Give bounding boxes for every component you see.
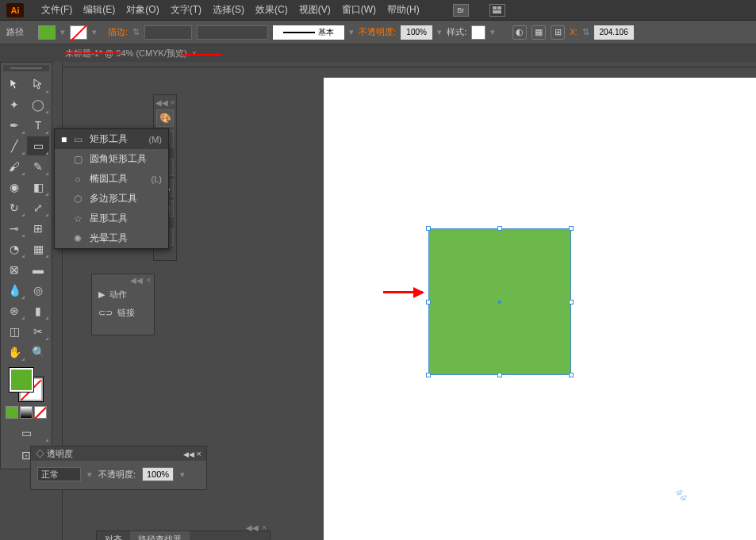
resize-handle[interactable] (569, 373, 574, 377)
color-mode-icon[interactable] (6, 406, 18, 419)
scale-tool[interactable]: ⤢ (27, 198, 49, 217)
resize-handle[interactable] (497, 226, 502, 231)
menu-help[interactable]: 帮助(H) (387, 3, 420, 17)
width-tool[interactable]: ⊸ (3, 219, 25, 238)
menu-window[interactable]: 窗口(W) (342, 3, 376, 17)
blob-brush-tool[interactable]: ◉ (3, 178, 25, 197)
blend-mode-dropdown[interactable]: 正常 (37, 467, 81, 481)
dropdown-arrow-icon[interactable]: ▾ (92, 27, 97, 37)
free-transform-tool[interactable]: ⊞ (27, 219, 49, 238)
eyedropper-tool[interactable]: 💧 (3, 281, 25, 300)
none-mode-icon[interactable] (34, 406, 47, 419)
resize-handle[interactable] (569, 300, 574, 304)
hand-tool[interactable]: ✋ (3, 343, 25, 362)
opacity-label: 不透明度: (359, 26, 396, 38)
menu-text[interactable]: 文字(T) (171, 3, 201, 17)
perspective-grid-tool[interactable]: ▦ (27, 239, 49, 259)
collapse-icon[interactable]: ◀◀ (130, 276, 143, 285)
stepper-icon[interactable]: ⇅ (582, 27, 589, 37)
opacity-value[interactable]: 100% (142, 467, 174, 481)
close-icon[interactable]: × (262, 523, 267, 532)
arrange-documents-icon[interactable] (489, 4, 505, 17)
align-panel-icon[interactable]: ▦ (532, 25, 546, 40)
close-tab-icon[interactable]: × (192, 48, 197, 58)
toolbox-grip[interactable] (3, 65, 49, 71)
resize-handle[interactable] (426, 226, 431, 231)
shape-builder-tool[interactable]: ◔ (3, 239, 25, 259)
menu-edit[interactable]: 编辑(E) (83, 3, 115, 17)
type-tool[interactable]: T (27, 116, 49, 135)
dropdown-arrow-icon[interactable]: ▾ (180, 469, 185, 480)
symbol-sprayer-tool[interactable]: ⊛ (3, 301, 25, 320)
color-panel-icon[interactable]: 🎨 (156, 109, 174, 127)
paintbrush-tool[interactable]: 🖌 (3, 157, 25, 176)
stroke-profile-dropdown[interactable] (197, 25, 268, 40)
artboard-tool[interactable]: ◫ (3, 322, 25, 341)
dropdown-arrow-icon[interactable]: ▾ (490, 27, 495, 37)
dropdown-arrow-icon[interactable]: ▾ (87, 469, 92, 480)
gradient-mode-icon[interactable] (20, 406, 33, 419)
close-icon[interactable]: × (146, 276, 151, 285)
zoom-tool[interactable]: 🔍 (27, 343, 49, 362)
opacity-value[interactable]: 100% (401, 25, 432, 40)
opacity-label: 不透明度: (98, 469, 136, 481)
collapse-icon[interactable]: ◀◀ (183, 450, 194, 458)
resize-handle[interactable] (426, 300, 431, 304)
selection-tool[interactable] (3, 75, 25, 94)
rectangle-tool-item[interactable]: ■▭ 矩形工具(M) (55, 129, 168, 149)
rotate-tool[interactable]: ↻ (3, 198, 25, 217)
panel-title[interactable]: ◇ 透明度 (36, 448, 73, 460)
stepper-icon[interactable]: ⇅ (132, 27, 140, 37)
fill-color-swatch[interactable] (38, 25, 56, 40)
menu-view[interactable]: 视图(V) (299, 3, 331, 17)
actions-row[interactable]: ▶动作 (92, 285, 154, 304)
menu-select[interactable]: 选择(S) (213, 3, 244, 17)
menu-file[interactable]: 文件(F) (41, 3, 72, 17)
gradient-tool[interactable]: ▬ (27, 260, 49, 279)
selected-rectangle-shape[interactable] (428, 228, 571, 375)
polygon-tool-item[interactable]: ⬡ 多边形工具 (55, 189, 168, 209)
pencil-tool[interactable]: ✎ (27, 157, 49, 176)
slice-tool[interactable]: ✂ (27, 322, 49, 341)
collapse-icon[interactable]: ◀◀ (246, 523, 259, 532)
resize-handle[interactable] (426, 373, 431, 377)
x-coord-value[interactable]: 204.106 (594, 25, 634, 40)
resize-handle[interactable] (569, 226, 574, 231)
stroke-weight-dropdown[interactable] (144, 25, 192, 40)
fill-stroke-selector[interactable] (10, 368, 43, 401)
lasso-tool[interactable]: ◯ (27, 95, 49, 114)
fill-swatch[interactable] (10, 368, 33, 392)
ellipse-tool-item[interactable]: ○ 椭圆工具(L) (55, 169, 168, 189)
star-tool-item[interactable]: ☆ 星形工具 (55, 209, 168, 228)
line-segment-tool[interactable]: ╱ (3, 136, 25, 155)
menu-effect[interactable]: 效果(C) (255, 3, 288, 17)
menu-object[interactable]: 对象(O) (126, 3, 159, 17)
eraser-tool[interactable]: ◧ (27, 178, 49, 197)
magic-wand-tool[interactable]: ✦ (3, 95, 25, 114)
pathfinder-tab[interactable]: 路径查找器 (130, 531, 190, 541)
bridge-button[interactable]: Br (453, 4, 469, 17)
direct-selection-tool[interactable] (27, 75, 49, 94)
links-row[interactable]: ⊂⊃链接 (92, 304, 154, 322)
rounded-rectangle-tool-item[interactable]: ▢ 圆角矩形工具 (55, 149, 168, 169)
dropdown-arrow-icon[interactable]: ▾ (349, 27, 354, 37)
stroke-color-swatch[interactable] (70, 25, 87, 40)
brush-definition-dropdown[interactable]: 基本 (273, 25, 344, 40)
canvas-divider (62, 67, 756, 67)
blend-tool[interactable]: ◎ (27, 281, 49, 300)
graphic-style-swatch[interactable] (471, 25, 485, 40)
panel-collapse-icon[interactable]: ◀◀ × (154, 98, 176, 106)
screen-mode-button[interactable]: ▭ (3, 423, 49, 442)
resize-handle[interactable] (497, 373, 502, 377)
flare-tool-item[interactable]: ✺ 光晕工具 (55, 228, 168, 248)
transform-panel-icon[interactable]: ⊞ (551, 25, 565, 40)
align-tab[interactable]: 对齐 (97, 531, 130, 541)
close-icon[interactable]: × (197, 449, 201, 458)
rectangle-tool[interactable]: ▭ (27, 136, 49, 155)
dropdown-arrow-icon[interactable]: ▾ (60, 27, 65, 37)
dropdown-arrow-icon[interactable]: ▾ (437, 27, 442, 37)
pen-tool[interactable]: ✒ (3, 116, 25, 135)
recolor-icon[interactable]: ◐ (512, 25, 527, 40)
column-graph-tool[interactable]: ▮ (27, 301, 49, 320)
mesh-tool[interactable]: ⊠ (3, 260, 25, 279)
